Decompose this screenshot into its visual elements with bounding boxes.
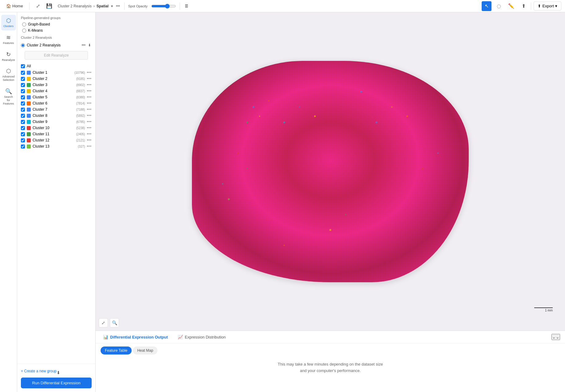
svg-point-11 [406, 115, 408, 117]
cluster-6-more[interactable]: ••• [87, 101, 92, 105]
cluster-8-checkbox[interactable] [21, 114, 25, 118]
viewer-controls: ⤢ 🔍 [99, 318, 119, 327]
cluster-10-checkbox[interactable] [21, 126, 25, 130]
create-group-button[interactable]: + Create a new group [21, 368, 57, 374]
tab-expr-dist[interactable]: 📈 Expression Distribution [175, 333, 228, 341]
cluster-9-checkbox[interactable] [21, 120, 25, 124]
upload-button[interactable]: ⬆ [519, 1, 528, 11]
cluster-2-checkbox[interactable] [21, 77, 25, 81]
cluster-6-checkbox[interactable] [21, 101, 25, 105]
cluster-4-checkbox[interactable] [21, 89, 25, 93]
cluster-4-count: (8837) [76, 89, 85, 93]
panel-message-line1: This may take a few minutes depending on… [101, 361, 560, 368]
edit-reanalyze-button[interactable]: Edit Reanalyze [25, 51, 88, 60]
cluster-item-11: Cluster 11 (2405) ••• [21, 131, 92, 137]
lasso-tool-button[interactable]: ◌ [494, 1, 504, 11]
cluster-5-more[interactable]: ••• [87, 95, 92, 99]
nav-item-clusters[interactable]: ⬡ Clusters [1, 15, 16, 30]
sidebar: Pipeline-generated groups Graph-Based K-… [17, 12, 96, 392]
cluster-rows: Cluster 1 (10796) ••• Cluster 2 (9185) •… [21, 69, 92, 149]
cluster-2-count: (9185) [76, 77, 85, 81]
export-icon: ⬆ [538, 4, 541, 8]
cluster-12-checkbox[interactable] [21, 138, 25, 142]
cluster-13-checkbox[interactable] [21, 145, 25, 148]
cluster-8-color [27, 114, 31, 118]
breadcrumb-more[interactable]: ••• [115, 3, 121, 9]
cluster-1-more[interactable]: ••• [87, 70, 92, 75]
cluster-4-more[interactable]: ••• [87, 89, 92, 93]
select-tool-button[interactable]: ↖ [482, 1, 491, 11]
reanalysis-more-button[interactable]: ••• [81, 42, 86, 48]
cluster-11-checkbox[interactable] [21, 132, 25, 136]
cluster-7-more[interactable]: ••• [87, 107, 92, 112]
cluster-all-checkbox[interactable] [21, 64, 25, 68]
advanced-icon: ⬡ [6, 68, 11, 74]
download-groups-button[interactable]: ⬇ [57, 370, 60, 375]
cluster-13-more[interactable]: ••• [87, 144, 92, 148]
divider-4 [531, 2, 531, 10]
cluster-5-count: (8380) [76, 96, 85, 99]
panel-message-line2: and your computer's performance. [101, 368, 560, 374]
reanalysis-download-button[interactable]: ⬇ [87, 42, 92, 48]
cluster-all-label: All [27, 64, 31, 68]
run-differential-expression-button[interactable]: Run Differential Expression [21, 378, 92, 388]
nav-item-reanalyze[interactable]: ↻ Reanalyze [1, 49, 16, 64]
cluster-item-12: Cluster 12 (2121) ••• [21, 137, 92, 143]
radio-kmeans[interactable]: K-Means [22, 28, 92, 33]
reanalysis-label: Cluster 2 Reanalysis [27, 43, 79, 47]
cluster-2-more[interactable]: ••• [87, 77, 92, 81]
nav-item-search[interactable]: 🔍 Search for Features [1, 85, 16, 108]
cluster-4-color [27, 89, 31, 93]
cluster-3-more[interactable]: ••• [87, 83, 92, 87]
cluster-8-more[interactable]: ••• [87, 113, 92, 118]
main-content: 1 mm ⤢ 🔍 📊 Differential Expression Outpu… [96, 12, 565, 392]
cluster-7-checkbox[interactable] [21, 108, 25, 112]
nav-label-clusters: Clusters [3, 25, 14, 28]
svg-point-19 [360, 91, 362, 93]
breadcrumb-dropdown[interactable]: ▾ [110, 3, 113, 9]
cluster-11-count: (2405) [76, 133, 85, 136]
svg-point-6 [314, 115, 316, 117]
radio-graph-based-input[interactable] [22, 22, 26, 26]
nav-item-advanced[interactable]: ⬡ Advanced Selection [1, 65, 16, 84]
cluster-1-color [27, 71, 31, 75]
reanalysis-item: Cluster 2 Reanalysis ••• ⬇ [21, 41, 92, 49]
cluster-1-checkbox[interactable] [21, 71, 25, 75]
radio-graph-based[interactable]: Graph-Based [22, 22, 92, 26]
fit-to-screen-button[interactable]: ⤢ [99, 318, 108, 327]
expand-button[interactable]: ⤢ [33, 1, 43, 11]
cluster-3-checkbox[interactable] [21, 83, 25, 87]
divider-3 [180, 2, 180, 10]
zoom-button[interactable]: 🔍 [110, 318, 119, 327]
cluster-10-count: (5238) [76, 126, 85, 130]
app: 🏠 Home ⤢ 💾 Cluster 2 Reanalysis › Spatia… [0, 0, 565, 392]
nav-item-features[interactable]: ≋ Features [1, 32, 16, 47]
cluster-6-name: Cluster 6 [33, 101, 74, 105]
cluster-6-color [27, 101, 31, 105]
cluster-5-color [27, 95, 31, 99]
pen-tool-button[interactable]: ✏️ [506, 1, 516, 11]
cluster-11-more[interactable]: ••• [87, 132, 92, 136]
sub-tab-feature-table[interactable]: Feature Table [101, 346, 132, 354]
spot-opacity-slider[interactable] [151, 4, 176, 9]
save-button[interactable]: 💾 [44, 1, 54, 11]
svg-point-0 [253, 106, 254, 108]
reanalysis-radio[interactable] [21, 43, 25, 47]
radio-kmeans-input[interactable] [22, 29, 26, 33]
cluster-8-name: Cluster 8 [33, 113, 74, 118]
expr-dist-icon: 📈 [178, 335, 183, 339]
hamburger-button[interactable]: ☰ [184, 3, 189, 10]
cluster-13-name: Cluster 13 [33, 144, 76, 148]
breadcrumb-separator: › [94, 4, 95, 8]
cluster-9-more[interactable]: ••• [87, 120, 92, 124]
home-button[interactable]: 🏠 Home [4, 2, 26, 10]
cluster-5-checkbox[interactable] [21, 95, 25, 99]
export-button[interactable]: ⬆ Export ▾ [534, 2, 561, 10]
tab-diff-expr[interactable]: 📊 Differential Expression Output [101, 333, 170, 341]
cluster-item-4: Cluster 4 (8837) ••• [21, 88, 92, 94]
sub-tab-heat-map[interactable]: Heat Map [133, 346, 157, 354]
cluster-10-more[interactable]: ••• [87, 126, 92, 130]
nav-label-features: Features [3, 42, 14, 45]
panel-collapse-button[interactable]: ⌄⌄ [551, 334, 560, 340]
cluster-12-more[interactable]: ••• [87, 138, 92, 142]
